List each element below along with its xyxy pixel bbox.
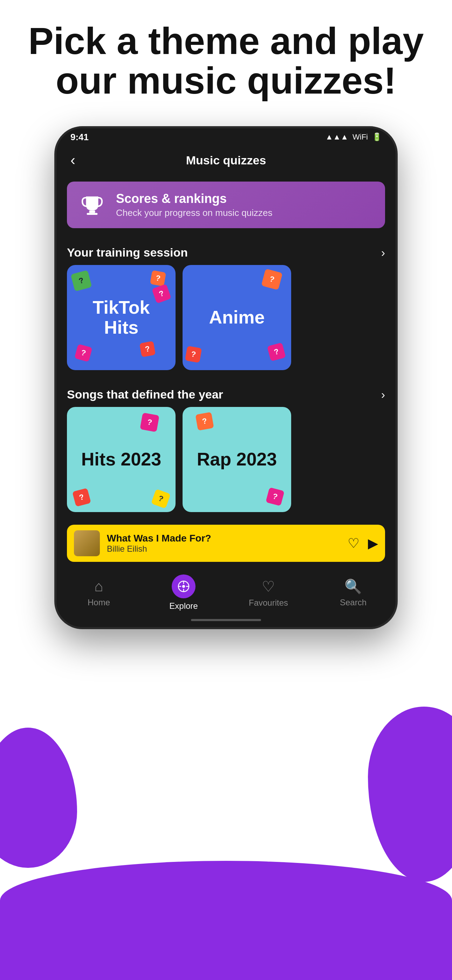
signal-icon: ▲▲▲ [326,132,348,142]
track-name: What Was I Made For? [107,533,341,544]
bottom-nav: ⌂ Home Explore ♡ Fav [56,568,396,617]
status-icons: ▲▲▲ WiFi 🔋 [326,132,382,142]
rap2023-card[interactable]: ? ? Rap 2023 [183,407,291,512]
nav-search-label: Search [340,598,366,608]
nav-home-label: Home [88,598,110,608]
nav-home[interactable]: ⌂ Home [78,578,120,608]
rap2023-card-title: Rap 2023 [197,449,277,469]
status-time: 9:41 [70,132,89,143]
nav-favourites[interactable]: ♡ Favourites [247,578,290,608]
heart-button[interactable]: ♡ [348,536,360,551]
cube-1: ? [70,270,92,291]
search-icon: 🔍 [344,578,362,595]
phone-wrapper: 9:41 ▲▲▲ WiFi 🔋 ‹ Music quizzes [54,126,398,629]
hits2023-card-title: Hits 2023 [81,449,161,469]
play-button[interactable]: ▶ [368,536,378,551]
training-section-header[interactable]: Your training session › [56,235,396,265]
explore-icon-bg [172,574,196,598]
chevron-right-year-icon: › [381,388,385,401]
top-nav: ‹ Music quizzes [56,146,396,175]
home-icon: ⌂ [94,578,103,595]
cube-a2: ? [267,342,286,361]
cube-4: ? [74,344,92,362]
battery-icon: 🔋 [372,132,382,142]
anime-card[interactable]: ? ? ? Anime [183,265,291,370]
scores-title: Scores & rankings [116,191,272,206]
bg-blob-bottom [0,861,452,980]
anime-card-title: Anime [209,307,265,328]
bg-blob-left [0,728,77,868]
training-cards-scroll: ? ? ? ? ? TikTokHits ? ? ? Anime [56,265,396,377]
nav-search[interactable]: 🔍 Search [332,578,374,608]
bg-blob-right [368,706,452,882]
svg-rect-0 [89,210,95,213]
cube-a3: ? [185,346,202,363]
thumb-image [74,530,100,556]
now-playing-bar[interactable]: What Was I Made For? Billie Eilish ♡ ▶ [67,525,385,562]
cube-5: ? [140,341,156,357]
nav-favourites-label: Favourites [249,598,288,608]
home-bar [191,619,261,621]
track-artist: Billie Eilish [107,544,341,554]
favourites-icon: ♡ [262,578,275,595]
home-indicator [56,617,396,627]
svg-point-3 [182,585,185,588]
screen-title: Music quizzes [186,154,266,167]
wifi-icon: WiFi [352,132,368,142]
training-title: Your training session [67,246,188,259]
cube-3: ? [152,284,171,304]
trophy-icon [78,193,106,217]
scores-text-block: Scores & rankings Check your progress on… [116,191,272,218]
tiktok-hits-card[interactable]: ? ? ? ? ? TikTokHits [67,265,175,370]
nav-explore-label: Explore [169,601,197,611]
track-info: What Was I Made For? Billie Eilish [107,533,341,554]
back-button[interactable]: ‹ [70,153,75,167]
explore-icon [177,580,190,593]
cube-r2: ? [266,487,285,506]
svg-rect-1 [87,213,98,215]
cube-2: ? [150,270,166,286]
chevron-right-icon: › [381,246,385,259]
status-bar: 9:41 ▲▲▲ WiFi 🔋 [56,128,396,146]
tiktok-card-title: TikTokHits [93,298,150,337]
cube-h2: ? [72,488,91,507]
scores-banner[interactable]: Scores & rankings Check your progress on… [67,181,385,228]
year-title: Songs that defined the year [67,388,223,401]
year-cards-scroll: ? ? ? Hits 2023 ? ? Rap 2023 [56,407,396,519]
cube-a1: ? [261,269,282,290]
hits2023-card[interactable]: ? ? ? Hits 2023 [67,407,175,512]
track-thumbnail [74,530,100,556]
year-section-header[interactable]: Songs that defined the year › [56,377,396,407]
phone-device: 9:41 ▲▲▲ WiFi 🔋 ‹ Music quizzes [54,126,398,629]
cube-h3: ? [151,489,170,509]
nav-explore[interactable]: Explore [162,574,205,611]
cube-h1: ? [140,412,159,432]
main-title: Pick a theme and play our music quizzes! [0,21,452,100]
scores-subtitle: Check your progress on music quizzes [116,207,272,218]
player-controls: ♡ ▶ [348,536,378,551]
cube-r1: ? [195,412,214,430]
